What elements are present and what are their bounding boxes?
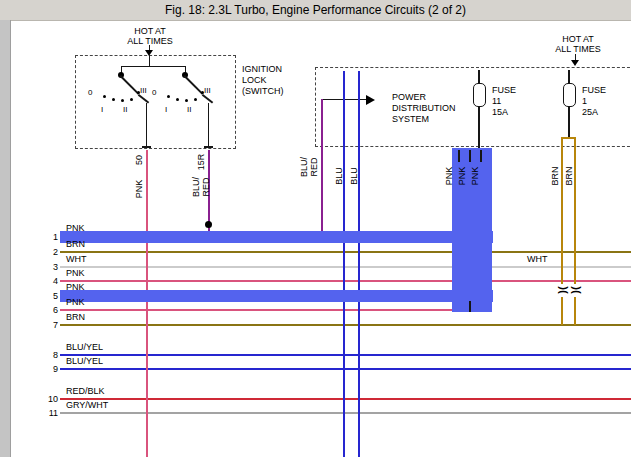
right-arrow-icon <box>366 95 375 105</box>
ignition-lock-label: IGNITION LOCK (SWITCH) <box>242 64 284 97</box>
highlighted-circuit-row-1[interactable] <box>60 231 493 243</box>
highlighted-circuit-row-5[interactable] <box>60 290 493 302</box>
switch-contact-dot <box>185 99 188 102</box>
down-arrow-icon <box>571 60 579 66</box>
ignition-label-line3: (SWITCH) <box>242 86 284 97</box>
switch-contact-dot <box>112 98 115 101</box>
circuit-number: 4 <box>42 276 58 286</box>
wire-color-label: PNK <box>66 297 85 307</box>
ignition-label-line2: LOCK <box>242 75 284 86</box>
wire-color-label: WHT <box>66 254 87 264</box>
wire-color-label: PNK <box>66 268 85 278</box>
circuit-number: 7 <box>42 320 58 330</box>
wire-stub <box>469 301 471 312</box>
wire-blu-red[interactable] <box>321 99 323 237</box>
wire-brn-2[interactable] <box>574 138 576 284</box>
switch-position-label: III <box>204 86 211 95</box>
switch-position-label: I <box>165 105 167 114</box>
wire-color-label: RED <box>310 157 319 176</box>
wire-color-label: BRN <box>551 166 560 185</box>
terminal-label: 50 <box>135 155 144 165</box>
ignition-label-line1: IGNITION <box>242 64 284 75</box>
fuse1-amps: 25A <box>582 107 598 117</box>
circuit-number: 11 <box>42 408 58 418</box>
hot-at-all-times-label-left: HOT AT ALL TIMES <box>116 26 184 46</box>
wire-color-label: BRN <box>66 312 85 322</box>
switch-terminal-line <box>208 103 209 147</box>
wire-color-label: BLU/YEL <box>66 356 103 366</box>
hot-label-line2: ALL TIMES <box>546 44 610 54</box>
wire-blu-2[interactable] <box>358 71 360 457</box>
power-label-line3: SYSTEM <box>392 114 456 125</box>
wire-stub <box>480 150 482 162</box>
fuse11-wire[interactable] <box>478 70 480 150</box>
switch-feed-line <box>149 55 150 66</box>
wire-color-label: RED <box>202 177 211 196</box>
power-distribution-label: POWER DISTRIBUTION SYSTEM <box>392 92 456 125</box>
hot-label-line1: HOT AT <box>116 26 184 36</box>
switch-position-label: III <box>140 86 147 95</box>
circuit-number: 2 <box>42 247 58 257</box>
fuse-icon[interactable] <box>473 83 486 107</box>
switch-position-label: I <box>101 105 103 114</box>
circuit-number: 3 <box>42 262 58 272</box>
wire-stub <box>458 150 460 162</box>
figure-title: Fig. 18: 2.3L Turbo, Engine Performance … <box>165 3 466 17</box>
circuit-number: 1 <box>42 232 58 242</box>
terminal-tick <box>142 146 151 148</box>
title-bar: Fig. 18: 2.3L Turbo, Engine Performance … <box>0 0 631 21</box>
wire-row-6[interactable] <box>60 309 472 311</box>
power-label-line2: DISTRIBUTION <box>392 103 456 114</box>
wire-color-label: BRN <box>66 239 85 249</box>
wire-color-label: PNK <box>66 223 85 233</box>
hot-label-line1: HOT AT <box>546 34 610 44</box>
wire-color-label: GRY/WHT <box>66 400 108 410</box>
wire-color-label: WHT <box>527 254 548 264</box>
switch-position-label: II <box>187 105 191 114</box>
switch-contact-dot <box>167 95 170 98</box>
terminal-tick <box>204 146 213 148</box>
inline-connector-icon: )( <box>571 286 580 293</box>
fuse11-number: 11 <box>492 96 501 106</box>
hot-label-line2: ALL TIMES <box>116 36 184 46</box>
terminal-label: 15R <box>197 154 206 171</box>
wire-color-label: BLU/ <box>192 177 201 197</box>
power-label-line1: POWER <box>392 92 456 103</box>
switch-position-label: 0 <box>88 88 92 97</box>
fuse1-number: 1 <box>582 96 587 106</box>
fuse1-label: FUSE <box>582 85 606 95</box>
switch-terminal-line <box>146 103 147 147</box>
wire-brn-1[interactable] <box>561 138 563 284</box>
wire-color-label: RED/BLK <box>66 386 105 396</box>
wire-color-label: BRN <box>565 166 574 185</box>
switch-contact-dot <box>194 98 197 101</box>
wire-color-label: PNK <box>471 167 480 186</box>
wire-color-label: PNK <box>458 167 467 186</box>
switch-contact-dot <box>130 98 133 101</box>
switch-contact-dot <box>121 99 124 102</box>
circuit-number: 9 <box>42 364 58 374</box>
wire-stub <box>469 150 471 162</box>
left-gutter <box>0 20 11 457</box>
circuit-number: 8 <box>42 350 58 360</box>
junction-dot-icon <box>205 221 212 228</box>
wire-color-label: PNK <box>445 167 454 186</box>
hot-at-all-times-label-right: HOT AT ALL TIMES <box>546 34 610 54</box>
circuit-number: 10 <box>42 394 58 404</box>
wire-color-label: BLU/ <box>300 157 309 177</box>
inline-connector-icon: )( <box>558 286 567 293</box>
wire-brn-1[interactable] <box>561 297 563 325</box>
wire-color-label: BLU <box>335 167 344 185</box>
wire-color-label: PNK <box>66 282 85 292</box>
switch-contact-dot <box>176 98 179 101</box>
fuse-icon[interactable] <box>563 83 576 107</box>
fuse11-amps: 15A <box>492 107 508 117</box>
wire-50-pnk[interactable] <box>146 150 148 457</box>
switch-contact-dot <box>103 95 106 98</box>
wire-color-label: BLU/YEL <box>66 342 103 352</box>
wire-color-label: BLU <box>350 167 359 185</box>
wire-brn-2[interactable] <box>574 297 576 325</box>
wiring-diagram-window: Fig. 18: 2.3L Turbo, Engine Performance … <box>0 0 631 457</box>
wire-blu-1[interactable] <box>343 71 345 457</box>
switch-position-label: II <box>123 105 127 114</box>
